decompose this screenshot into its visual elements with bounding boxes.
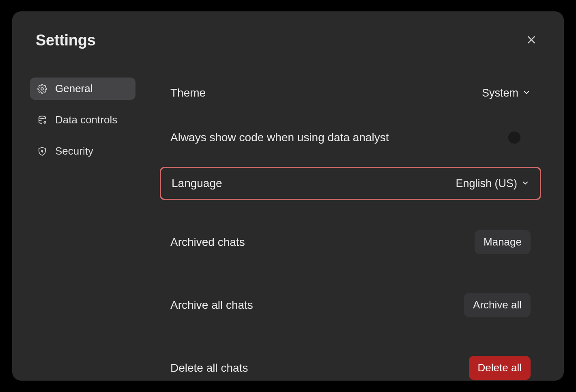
- sidebar-item-general[interactable]: General: [30, 78, 135, 100]
- chevron-down-icon: [522, 87, 531, 99]
- database-gear-icon: [37, 114, 48, 126]
- delete-all-label: Delete all chats: [170, 362, 248, 375]
- close-icon: [526, 34, 537, 47]
- svg-point-3: [39, 116, 45, 118]
- setting-row-archive-all: Archive all chats Archive all: [160, 284, 541, 326]
- svg-point-4: [44, 121, 46, 123]
- sidebar-item-label: General: [55, 82, 93, 95]
- modal-body: General Data controls: [30, 78, 546, 389]
- modal-header: Settings: [30, 32, 546, 49]
- setting-row-archived-chats: Archived chats Manage: [160, 221, 541, 263]
- language-value: English (US): [456, 177, 517, 190]
- language-select[interactable]: English (US): [456, 177, 529, 190]
- close-button[interactable]: [523, 32, 539, 49]
- sidebar-item-data-controls[interactable]: Data controls: [30, 109, 135, 131]
- language-label: Language: [172, 177, 222, 190]
- setting-row-theme: Theme System: [160, 78, 541, 108]
- toggle-knob: [508, 131, 520, 144]
- sidebar-item-label: Data controls: [55, 114, 117, 126]
- setting-row-always-show-code: Always show code when using data analyst: [160, 122, 541, 153]
- delete-all-button[interactable]: Delete all: [469, 356, 531, 380]
- settings-content: Theme System Always show code when using…: [160, 78, 546, 389]
- sidebar-item-label: Security: [55, 145, 93, 157]
- settings-sidebar: General Data controls: [30, 78, 135, 389]
- svg-point-2: [41, 88, 43, 90]
- svg-point-5: [41, 150, 43, 151]
- archived-chats-label: Archived chats: [170, 236, 245, 249]
- chevron-down-icon: [521, 177, 529, 190]
- manage-button[interactable]: Manage: [475, 230, 531, 254]
- sidebar-item-security[interactable]: Security: [30, 140, 135, 162]
- gear-icon: [37, 83, 48, 95]
- always-show-code-toggle[interactable]: [508, 131, 531, 144]
- shield-icon: [37, 146, 48, 157]
- setting-row-language: Language English (US): [160, 167, 541, 200]
- setting-row-delete-all: Delete all chats Delete all: [160, 347, 541, 389]
- theme-label: Theme: [170, 86, 206, 99]
- archive-all-label: Archive all chats: [170, 299, 253, 312]
- archive-all-button[interactable]: Archive all: [464, 293, 531, 317]
- always-show-code-label: Always show code when using data analyst: [170, 131, 389, 144]
- theme-value: System: [482, 87, 518, 99]
- theme-select[interactable]: System: [482, 87, 531, 99]
- modal-title: Settings: [36, 32, 96, 49]
- settings-modal: Settings General: [12, 11, 564, 381]
